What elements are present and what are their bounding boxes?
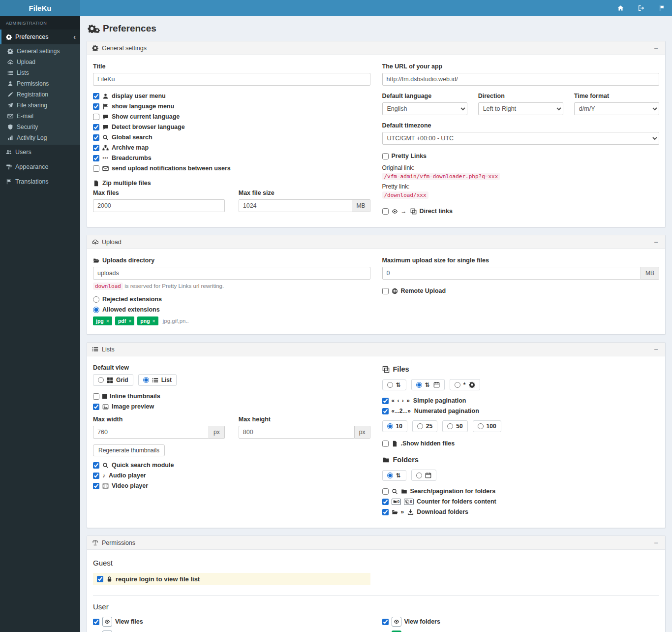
checkbox-inline-thumbnails[interactable]: Inline thumbnails [93,393,370,400]
rejected-extensions-radio[interactable] [93,296,99,303]
option-grid-view[interactable]: Grid [93,374,133,386]
checkbox-show-current-language[interactable]: Show current language [93,113,370,120]
page-size-10-radio[interactable] [387,423,393,429]
pretty-links-checkbox[interactable] [382,153,389,159]
audio-player-checkbox[interactable] [93,473,99,479]
extension-tag[interactable]: png× [137,316,158,325]
direct-links-checkbox[interactable] [382,208,389,215]
checkbox-remote-upload[interactable]: Remote Upload [382,287,660,294]
max-height-input[interactable] [239,426,355,439]
uploads-directory-input[interactable] [93,267,370,280]
option-page-size-100[interactable]: 100 [473,420,501,432]
file-sort-size-radio[interactable] [455,382,460,388]
checkbox-breadcrumbs[interactable]: ⋯Breadcrumbs [93,155,370,161]
title-input[interactable] [93,73,370,86]
regenerate-thumbnails-button[interactable]: Regenerate thumbnails [93,444,165,456]
sidebar-item-appearance[interactable]: Appearance [0,159,80,174]
option-folder-sort-name[interactable]: ⇅ [382,470,406,481]
view-folders-checkbox[interactable] [382,619,389,625]
checkbox-quick-search[interactable]: Quick search module [93,462,370,469]
default-timezone-select[interactable]: UTC/GMT +00:00 - UTC [382,132,660,145]
allowed-extensions-radio[interactable] [93,307,99,313]
option-page-size-50[interactable]: 50 [442,420,467,432]
max-width-input[interactable] [93,426,209,439]
quick-search-checkbox[interactable] [93,462,99,469]
option-list-view[interactable]: List [138,374,177,386]
direction-select[interactable]: Left to Right [478,102,563,115]
brand-logo[interactable]: FileKu [0,0,80,16]
extension-tag[interactable]: pdf× [115,316,134,325]
checkbox-view-folders[interactable]: View folders [382,617,660,627]
archive-map-checkbox[interactable] [93,145,99,151]
breadcrumbs-checkbox[interactable] [93,155,99,161]
inline-thumbnails-checkbox[interactable] [93,393,99,400]
page-size-50-radio[interactable] [447,423,453,429]
checkbox-audio-player[interactable]: ♪Audio player [93,472,370,479]
list-view-radio[interactable] [143,377,149,383]
extension-tag[interactable]: jpg× [93,316,112,325]
collapse-button[interactable]: − [652,539,660,546]
option-file-sort-name[interactable]: ⇅ [382,379,406,390]
app-url-input[interactable] [382,73,660,86]
file-sort-date-radio[interactable] [416,382,422,388]
home-button[interactable] [610,0,631,16]
sidebar-item-email[interactable]: E-mail [0,111,80,122]
default-language-select[interactable]: English [382,102,467,115]
sign-out-button[interactable] [631,0,651,16]
global-search-checkbox[interactable] [93,134,99,141]
folder-sort-name-radio[interactable] [387,473,393,478]
show-language-menu-checkbox[interactable] [93,103,99,110]
sidebar-item-upload[interactable]: Upload [0,57,80,67]
sidebar-item-general-settings[interactable]: General settings [0,46,80,57]
page-size-100-radio[interactable] [478,423,484,429]
remove-tag-icon[interactable]: × [128,318,131,324]
checkbox-image-preview[interactable]: Image preview [93,403,370,410]
checkbox-upload-notifications[interactable]: send upload notifications between users [93,165,370,172]
max-file-size-input[interactable] [239,199,352,212]
checkbox-display-user-menu[interactable]: display user menu [93,93,370,99]
folder-sort-date-radio[interactable] [416,473,422,478]
checkbox-require-login[interactable]: require login to view file list [97,575,367,583]
checkbox-view-files[interactable]: View files [93,617,370,627]
sidebar-item-file-sharing[interactable]: File sharing [0,100,80,111]
collapse-button[interactable]: − [652,44,660,52]
sidebar-item-activity-log[interactable]: Activity Log [0,132,80,143]
remove-tag-icon[interactable]: × [153,318,155,324]
radio-rejected-extensions[interactable]: Rejected extensions [93,296,370,303]
option-file-sort-size[interactable]: * [450,379,481,390]
option-folder-sort-date[interactable] [411,470,436,481]
checkbox-video-player[interactable]: Video player [93,482,370,489]
sidebar-item-lists[interactable]: Lists [0,67,80,78]
grid-view-radio[interactable] [98,377,104,383]
sidebar-item-translations[interactable]: Translations [0,174,80,189]
option-page-size-10[interactable]: 10 [382,420,407,432]
remote-upload-checkbox[interactable] [382,288,389,294]
detect-browser-language-checkbox[interactable] [93,124,99,130]
time-format-select[interactable]: d/m/Y [574,102,659,115]
option-file-sort-date[interactable]: ⇅ [411,379,445,390]
sidebar-item-permissions[interactable]: Permissions [0,78,80,89]
max-files-input[interactable] [93,199,225,212]
collapse-button[interactable]: − [652,346,660,353]
radio-allowed-extensions[interactable]: Allowed extensions [93,306,370,313]
require-login-checkbox[interactable] [97,576,103,582]
checkbox-download-folders[interactable]: »Download folders [382,508,660,515]
sidebar-item-registration[interactable]: Registration [0,89,80,100]
checkbox-folder-search[interactable]: Search/pagination for folders [382,488,660,495]
language-flag-button[interactable] [651,0,672,16]
simple-pagination-checkbox[interactable] [382,398,389,404]
page-size-25-radio[interactable] [417,423,423,429]
download-folders-checkbox[interactable] [382,509,389,515]
checkbox-simple-pagination[interactable]: « ‹ › »Simple pagination [382,397,660,404]
view-files-checkbox[interactable] [93,619,99,625]
checkbox-show-language-menu[interactable]: show language menu [93,103,370,110]
sidebar-item-users[interactable]: Users [0,145,80,159]
video-player-checkbox[interactable] [93,483,99,489]
option-page-size-25[interactable]: 25 [412,420,437,432]
checkbox-folder-counter[interactable]: 00Counter for folders content [382,498,660,505]
max-single-upload-input[interactable] [382,267,641,280]
checkbox-global-search[interactable]: Global search [93,134,370,141]
upload-notifications-checkbox[interactable] [93,165,99,172]
checkbox-archive-map[interactable]: Archive map [93,144,370,151]
checkbox-show-hidden-files[interactable]: .Show hidden files [382,440,660,447]
